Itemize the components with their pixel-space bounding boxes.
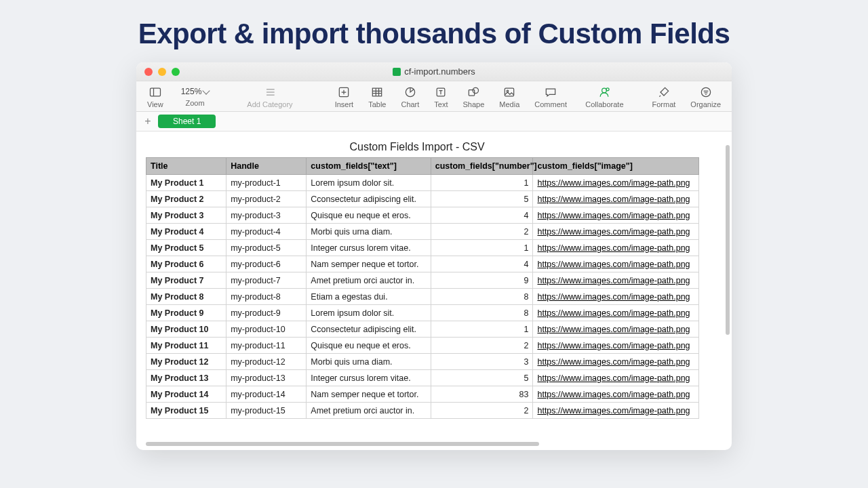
- cell[interactable]: https://www.images.com/image-path.png: [533, 272, 699, 289]
- cell[interactable]: https://www.images.com/image-path.png: [533, 338, 699, 354]
- cell[interactable]: https://www.images.com/image-path.png: [533, 256, 699, 272]
- cell[interactable]: My Product 3: [146, 207, 226, 224]
- cell[interactable]: my-product-14: [226, 386, 307, 403]
- column-header[interactable]: Handle: [226, 158, 307, 175]
- cell[interactable]: 5: [431, 191, 533, 207]
- cell[interactable]: my-product-4: [226, 224, 307, 240]
- cell[interactable]: Integer cursus lorem vitae.: [307, 370, 431, 386]
- cell[interactable]: my-product-1: [226, 175, 307, 191]
- spreadsheet-table[interactable]: TitleHandlecustom_fields["text"]custom_f…: [146, 157, 699, 419]
- table-row[interactable]: My Product 4my-product-4Morbi quis urna …: [146, 224, 699, 240]
- vertical-scrollbar[interactable]: [726, 145, 730, 335]
- cell[interactable]: Quisque eu neque et eros.: [307, 207, 431, 224]
- cell[interactable]: Nam semper neque et tortor.: [307, 386, 431, 403]
- cell[interactable]: Cconsectetur adipiscing elit.: [307, 321, 431, 338]
- cell[interactable]: my-product-7: [226, 272, 307, 289]
- cell[interactable]: My Product 8: [146, 289, 226, 305]
- horizontal-scrollbar[interactable]: [146, 442, 539, 446]
- cell[interactable]: 9: [431, 272, 533, 289]
- shape-button[interactable]: Shape: [459, 85, 489, 108]
- insert-button[interactable]: Insert: [331, 85, 358, 108]
- cell[interactable]: Amet pretium orci auctor in.: [307, 272, 431, 289]
- table-row[interactable]: My Product 12my-product-12Morbi quis urn…: [146, 354, 699, 370]
- cell[interactable]: 1: [431, 240, 533, 256]
- cell[interactable]: My Product 2: [146, 191, 226, 207]
- table-row[interactable]: My Product 14my-product-14Nam semper neq…: [146, 386, 699, 403]
- cell[interactable]: my-product-11: [226, 338, 307, 354]
- cell[interactable]: https://www.images.com/image-path.png: [533, 289, 699, 305]
- cell[interactable]: my-product-12: [226, 354, 307, 370]
- cell[interactable]: My Product 6: [146, 256, 226, 272]
- table-row[interactable]: My Product 3my-product-3Quisque eu neque…: [146, 207, 699, 224]
- collaborate-button[interactable]: Collaborate: [581, 85, 627, 108]
- table-row[interactable]: My Product 8my-product-8Etiam a egestas …: [146, 289, 699, 305]
- table-row[interactable]: My Product 5my-product-5Integer cursus l…: [146, 240, 699, 256]
- column-header[interactable]: custom_fields["image"]: [533, 158, 699, 175]
- cell[interactable]: My Product 11: [146, 338, 226, 354]
- cell[interactable]: 3: [431, 354, 533, 370]
- column-header[interactable]: custom_fields["text"]: [307, 158, 431, 175]
- column-header[interactable]: custom_fields["number"]: [431, 158, 533, 175]
- media-button[interactable]: Media: [495, 85, 524, 108]
- column-header[interactable]: Title: [146, 158, 226, 175]
- cell[interactable]: 83: [431, 386, 533, 403]
- cell[interactable]: My Product 7: [146, 272, 226, 289]
- cell[interactable]: 4: [431, 256, 533, 272]
- cell[interactable]: My Product 10: [146, 321, 226, 338]
- cell[interactable]: My Product 1: [146, 175, 226, 191]
- comment-button[interactable]: Comment: [530, 85, 571, 108]
- cell[interactable]: https://www.images.com/image-path.png: [533, 386, 699, 403]
- cell[interactable]: https://www.images.com/image-path.png: [533, 175, 699, 191]
- cell[interactable]: my-product-9: [226, 305, 307, 321]
- add-sheet-button[interactable]: +: [142, 115, 154, 127]
- chart-button[interactable]: Chart: [397, 85, 423, 108]
- table-row[interactable]: My Product 7my-product-7Amet pretium orc…: [146, 272, 699, 289]
- cell[interactable]: Cconsectetur adipiscing elit.: [307, 191, 431, 207]
- cell[interactable]: Lorem ipsum dolor sit.: [307, 175, 431, 191]
- format-button[interactable]: Format: [648, 85, 680, 108]
- cell[interactable]: Quisque eu neque et eros.: [307, 338, 431, 354]
- cell[interactable]: my-product-10: [226, 321, 307, 338]
- cell[interactable]: My Product 4: [146, 224, 226, 240]
- cell[interactable]: 1: [431, 321, 533, 338]
- cell[interactable]: 8: [431, 289, 533, 305]
- view-button[interactable]: View: [143, 85, 167, 108]
- cell[interactable]: My Product 15: [146, 403, 226, 419]
- cell[interactable]: My Product 9: [146, 305, 226, 321]
- cell[interactable]: 2: [431, 338, 533, 354]
- cell[interactable]: my-product-13: [226, 370, 307, 386]
- text-button[interactable]: Text: [430, 85, 452, 108]
- cell[interactable]: My Product 5: [146, 240, 226, 256]
- cell[interactable]: my-product-5: [226, 240, 307, 256]
- table-row[interactable]: My Product 9my-product-9Lorem ipsum dolo…: [146, 305, 699, 321]
- table-row[interactable]: My Product 2my-product-2Cconsectetur adi…: [146, 191, 699, 207]
- cell[interactable]: Lorem ipsum dolor sit.: [307, 305, 431, 321]
- cell[interactable]: https://www.images.com/image-path.png: [533, 191, 699, 207]
- cell[interactable]: Integer cursus lorem vitae.: [307, 240, 431, 256]
- cell[interactable]: 2: [431, 403, 533, 419]
- table-row[interactable]: My Product 11my-product-11Quisque eu neq…: [146, 338, 699, 354]
- cell[interactable]: https://www.images.com/image-path.png: [533, 224, 699, 240]
- add-category-button[interactable]: Add Category: [243, 85, 296, 108]
- cell[interactable]: my-product-2: [226, 191, 307, 207]
- table-row[interactable]: My Product 1my-product-1Lorem ipsum dolo…: [146, 175, 699, 191]
- cell[interactable]: https://www.images.com/image-path.png: [533, 207, 699, 224]
- cell[interactable]: Amet pretium orci auctor in.: [307, 403, 431, 419]
- table-row[interactable]: My Product 6my-product-6Nam semper neque…: [146, 256, 699, 272]
- document-area[interactable]: Custom Fields Import - CSV TitleHandlecu…: [136, 131, 732, 450]
- table-row[interactable]: My Product 13my-product-13Integer cursus…: [146, 370, 699, 386]
- sheet-tab[interactable]: Sheet 1: [158, 115, 216, 128]
- zoom-button[interactable]: 125% Zoom: [174, 85, 216, 108]
- cell[interactable]: https://www.images.com/image-path.png: [533, 370, 699, 386]
- cell[interactable]: my-product-15: [226, 403, 307, 419]
- cell[interactable]: https://www.images.com/image-path.png: [533, 305, 699, 321]
- cell[interactable]: 5: [431, 370, 533, 386]
- table-row[interactable]: My Product 10my-product-10Cconsectetur a…: [146, 321, 699, 338]
- cell[interactable]: 4: [431, 207, 533, 224]
- cell[interactable]: My Product 14: [146, 386, 226, 403]
- cell[interactable]: 2: [431, 224, 533, 240]
- cell[interactable]: my-product-3: [226, 207, 307, 224]
- cell[interactable]: My Product 12: [146, 354, 226, 370]
- cell[interactable]: my-product-6: [226, 256, 307, 272]
- cell[interactable]: https://www.images.com/image-path.png: [533, 240, 699, 256]
